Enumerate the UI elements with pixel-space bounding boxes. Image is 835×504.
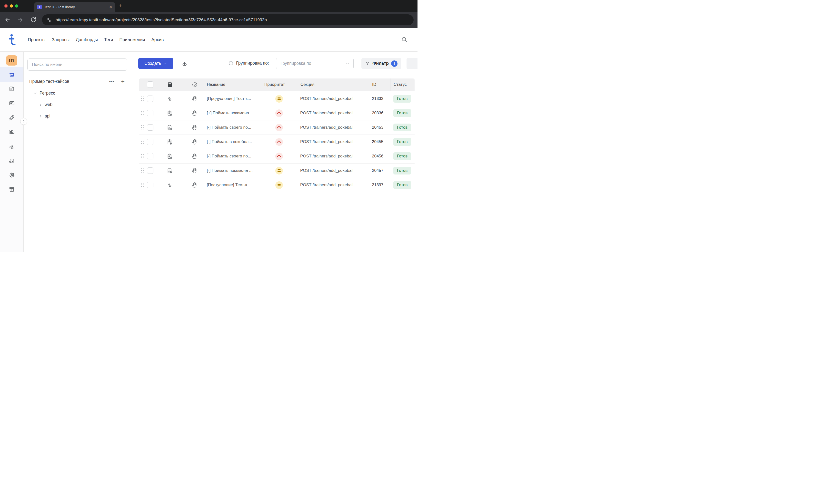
row-checkbox[interactable] [147,96,154,102]
sidebar-item-test-plans[interactable] [0,82,23,96]
sidebar-item-tagged-cards[interactable] [0,153,23,168]
table-row[interactable]: [Предусловия] Тест-к... POST /trainers/a… [139,92,414,106]
window-controls[interactable] [4,4,18,7]
section-cell: POST /trainers/add_pokeball [297,125,369,130]
info-icon[interactable] [228,60,233,66]
grouping-select[interactable]: Группировка по [276,58,353,69]
window-zoom-button[interactable] [15,4,18,7]
window-minimize-button[interactable] [10,4,13,7]
address-bar[interactable]: https://team-impy.testit.software/projec… [42,14,413,25]
row-name[interactable]: [+] Поймать покемона... [204,111,261,115]
menu-item-requests[interactable]: Запросы [52,37,69,42]
more-actions-icon[interactable]: ••• [109,79,115,84]
status-badge: Готов [393,109,411,117]
tree-node-regress[interactable]: Регресс [24,87,131,99]
menu-item-tags[interactable]: Теги [104,37,113,42]
sidebar-item-checklists[interactable] [0,96,23,110]
back-icon[interactable] [4,17,11,23]
header-name[interactable]: Название [204,79,261,91]
drag-handle-icon[interactable] [139,154,146,159]
integrations-knot-icon [8,143,15,150]
header-select-all[interactable] [146,79,155,91]
chevron-down-icon[interactable] [34,91,37,95]
sidebar-item-autotests[interactable] [0,110,23,125]
new-tab-button[interactable]: + [119,2,122,9]
testit-logo-icon[interactable] [9,34,17,46]
project-avatar[interactable]: Пт [6,55,17,66]
manual-hand-icon [191,139,198,145]
row-name[interactable]: [-] Поймать покемона ... [204,168,261,173]
header-type-column[interactable] [155,79,185,91]
tree-search-input[interactable] [27,59,127,71]
sidebar-item-integrations[interactable] [0,139,23,153]
forward-icon[interactable] [17,17,23,23]
row-checkbox[interactable] [147,110,154,116]
table-row[interactable]: [Постусловие] Тест-к... POST /trainers/a… [139,178,414,192]
row-name[interactable]: [-] Поймать своего по... [204,154,261,159]
header-section[interactable]: Секция [297,79,369,91]
header-priority[interactable]: Приоритет [261,79,297,91]
row-checkbox[interactable] [147,182,154,188]
window-close-button[interactable] [4,4,7,7]
header-id[interactable]: ID [369,79,390,91]
tab-close-icon[interactable]: ✕ [109,5,112,9]
table-row[interactable]: [-] Поймать своего по... POST /trainers/… [139,120,414,135]
row-select[interactable] [146,110,155,116]
drag-handle-icon[interactable] [139,125,146,130]
row-select[interactable] [146,139,155,145]
header-status[interactable]: Статус [390,79,414,91]
menu-item-dashboards[interactable]: Дашборды [76,37,98,42]
tree-node-web[interactable]: web [24,99,131,110]
manual-hand-icon [191,124,198,131]
import-upload-icon[interactable] [181,60,188,67]
url-text[interactable]: https://team-impy.testit.software/projec… [56,18,267,22]
site-settings-icon[interactable] [46,17,52,23]
sidebar-item-settings[interactable] [0,168,23,182]
menu-item-projects[interactable]: Проекты [28,37,45,42]
filter-button[interactable]: Фильтр 1 [361,58,401,69]
tree-root-row[interactable]: Пример тест-кейсов ••• + [24,78,131,85]
tree-node-api[interactable]: api [24,110,131,122]
drag-handle-icon[interactable] [139,111,146,115]
create-button[interactable]: Создать [138,58,173,69]
table-row[interactable]: [+] Поймать покемона... POST /trainers/a… [139,106,414,120]
tree-collapse-button[interactable] [20,118,27,125]
drag-handle-icon[interactable] [139,183,146,187]
table-row[interactable]: [-] Поймать своего по... POST /trainers/… [139,149,414,164]
select-all-checkbox[interactable] [147,81,154,88]
row-select[interactable] [146,167,155,174]
row-checkbox[interactable] [147,139,154,145]
more-toolbar-button[interactable] [407,58,418,69]
row-select[interactable] [146,182,155,188]
priority-icon [275,138,283,146]
row-name[interactable]: [Предусловия] Тест-к... [204,96,261,101]
drag-handle-icon[interactable] [139,97,146,101]
sidebar-item-archive[interactable] [0,182,23,197]
drag-handle-icon[interactable] [139,168,146,173]
sections-panel: Пример тест-кейсов ••• + Регресс web api [24,52,131,252]
project-sidebar: Пт [0,52,24,252]
drag-handle-icon[interactable] [139,140,146,144]
sidebar-item-test-library[interactable] [0,67,23,82]
menu-item-archive[interactable]: Архив [151,37,164,42]
table-row[interactable]: [-] Поймать в покебол... POST /trainers/… [139,135,414,149]
row-name[interactable]: [Постусловие] Тест-к... [204,183,261,187]
row-name[interactable]: [-] Поймать своего по... [204,125,261,130]
chevron-right-icon[interactable] [39,114,42,118]
row-select[interactable] [146,153,155,160]
row-checkbox[interactable] [147,153,154,160]
row-select[interactable] [146,124,155,131]
sidebar-item-widgets[interactable] [0,125,23,139]
menu-item-apps[interactable]: Приложения [119,37,145,42]
row-checkbox[interactable] [147,124,154,131]
search-icon[interactable] [401,36,407,42]
chevron-right-icon[interactable] [39,103,42,107]
add-section-icon[interactable]: + [121,79,125,84]
header-state-column[interactable] [185,79,204,91]
row-name[interactable]: [-] Поймать в покебол... [204,140,261,144]
reload-icon[interactable] [30,17,37,23]
row-checkbox[interactable] [147,167,154,174]
table-row[interactable]: [-] Поймать покемона ... POST /trainers/… [139,164,414,178]
row-select[interactable] [146,96,155,102]
browser-tab[interactable]: t Test IT - Test library ✕ [34,2,115,12]
